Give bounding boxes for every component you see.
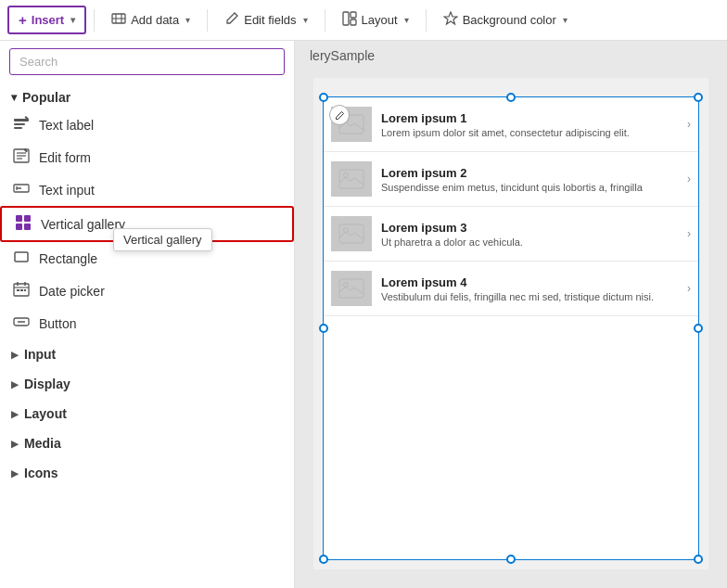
gallery-item[interactable]: Lorem ipsum 2 Suspendisse enim metus, ti… [324, 152, 698, 207]
insert-panel: ▾ Popular Text label Edit form [0, 41, 295, 588]
add-data-label: Add data [131, 13, 179, 27]
menu-item-date-picker[interactable]: Date picker [0, 275, 294, 307]
input-label: Input [24, 347, 56, 362]
display-chevron-icon: ▶ [11, 379, 19, 390]
menu-item-vertical-gallery[interactable]: Vertical gallery Vertical gallery [0, 206, 294, 242]
rectangle-icon [13, 249, 30, 268]
icons-category[interactable]: ▶ Icons [0, 458, 294, 488]
svg-rect-27 [24, 289, 26, 291]
svg-rect-18 [16, 224, 22, 230]
edit-fields-icon [224, 11, 239, 29]
insert-label: Insert [32, 13, 64, 27]
svg-rect-4 [343, 12, 349, 25]
media-chevron-icon: ▶ [11, 439, 19, 449]
gallery-item-thumbnail [331, 161, 372, 197]
canvas-area: lerySample [295, 41, 727, 588]
popular-label: Popular [22, 90, 70, 105]
edit-fields-button[interactable]: Edit fields ▾ [215, 6, 316, 33]
menu-list: ▾ Popular Text label Edit form [0, 83, 294, 588]
layout-button[interactable]: Layout ▾ [333, 6, 418, 33]
input-chevron-icon: ▶ [11, 350, 19, 360]
insert-button[interactable]: + Insert ▾ [7, 6, 86, 34]
layout-label: Layout [362, 13, 398, 27]
svg-rect-5 [351, 12, 356, 18]
svg-rect-6 [351, 19, 356, 25]
gallery-item[interactable]: Lorem ipsum 3 Ut pharetra a dolor ac veh… [324, 207, 698, 262]
display-category[interactable]: ▶ Display [0, 369, 294, 399]
gallery-item-title: Lorem ipsum 1 [381, 111, 682, 125]
text-label-label: Text label [39, 118, 94, 133]
gallery-item-title: Lorem ipsum 4 [381, 275, 682, 289]
input-category[interactable]: ▶ Input [0, 339, 294, 369]
search-input[interactable] [9, 48, 285, 75]
gallery-item-thumbnail [331, 271, 372, 306]
divider-2 [207, 9, 208, 32]
gallery-item-title: Lorem ipsum 3 [381, 221, 682, 235]
button-label: Button [39, 316, 76, 331]
svg-rect-17 [24, 215, 31, 222]
handle-mid-left[interactable] [319, 324, 328, 333]
bg-color-icon [443, 11, 458, 29]
date-picker-label: Date picker [39, 284, 105, 299]
edit-form-icon [13, 147, 30, 167]
edit-form-label: Edit form [39, 150, 91, 165]
svg-rect-26 [20, 289, 23, 291]
gallery-item[interactable]: Lorem ipsum 1 Lorem ipsum dolor sit amet… [324, 97, 698, 152]
layout-label: Layout [24, 406, 67, 421]
add-data-icon [111, 11, 126, 29]
bg-color-button[interactable]: Background color ▾ [434, 6, 577, 33]
toolbar: + Insert ▾ Add data ▾ Edit fields ▾ Layo… [0, 0, 727, 41]
menu-item-edit-form[interactable]: Edit form [0, 141, 294, 173]
handle-bot-right[interactable] [694, 555, 703, 564]
gallery-item-title: Lorem ipsum 2 [381, 166, 682, 180]
popular-chevron-icon: ▾ [11, 91, 17, 104]
popular-category[interactable]: ▾ Popular [0, 83, 294, 109]
divider-4 [426, 9, 427, 32]
icons-chevron-icon: ▶ [11, 468, 19, 479]
layout-icon [342, 11, 357, 29]
gallery-item-desc: Lorem ipsum dolor sit amet, consectetur … [381, 127, 682, 138]
vertical-gallery-tooltip: Vertical gallery [113, 228, 212, 251]
button-icon [13, 313, 30, 333]
canvas-content: Lorem ipsum 1 Lorem ipsum dolor sit amet… [313, 78, 708, 569]
svg-rect-9 [14, 127, 22, 129]
date-picker-icon [13, 281, 30, 300]
menu-item-text-label[interactable]: Text label [0, 109, 294, 141]
text-input-label: Text input [39, 183, 95, 198]
svg-rect-16 [16, 215, 22, 222]
svg-rect-19 [24, 224, 31, 230]
gallery-item-desc: Vestibulum dui felis, fringilla nec mi s… [381, 291, 682, 302]
edit-pencil-icon[interactable] [329, 105, 350, 125]
gallery-item-text: Lorem ipsum 1 Lorem ipsum dolor sit amet… [381, 111, 682, 138]
handle-bot-left[interactable] [319, 555, 328, 564]
edit-fields-label: Edit fields [244, 13, 296, 27]
vertical-gallery-icon [15, 214, 32, 234]
text-input-icon [13, 180, 30, 199]
divider-1 [94, 9, 95, 32]
bg-color-chevron-icon: ▾ [563, 15, 568, 25]
layout-chevron-icon: ▾ [404, 15, 409, 25]
gallery-widget[interactable]: Lorem ipsum 1 Lorem ipsum dolor sit amet… [323, 96, 699, 560]
svg-rect-20 [15, 252, 28, 262]
gallery-item-arrow-icon: › [687, 227, 691, 240]
display-label: Display [24, 377, 70, 391]
layout-category[interactable]: ▶ Layout [0, 399, 294, 428]
text-label-icon [13, 115, 30, 134]
gallery-item-arrow-icon: › [687, 173, 691, 185]
insert-chevron-icon: ▾ [70, 15, 75, 25]
menu-item-button[interactable]: Button [0, 307, 294, 339]
plus-icon: + [19, 12, 27, 28]
gallery-item[interactable]: Lorem ipsum 4 Vestibulum dui felis, frin… [324, 262, 698, 316]
add-data-chevron-icon: ▾ [185, 15, 190, 25]
add-data-button[interactable]: Add data ▾ [102, 6, 199, 33]
svg-rect-25 [17, 289, 19, 291]
menu-item-text-input[interactable]: Text input [0, 173, 294, 206]
gallery-item-desc: Ut pharetra a dolor ac vehicula. [381, 236, 682, 248]
gallery-item-text: Lorem ipsum 2 Suspendisse enim metus, ti… [381, 166, 682, 193]
handle-mid-right[interactable] [694, 324, 703, 333]
gallery-item-thumbnail [331, 216, 372, 251]
media-category[interactable]: ▶ Media [0, 428, 294, 458]
divider-3 [325, 9, 325, 32]
gallery-item-text: Lorem ipsum 3 Ut pharetra a dolor ac veh… [381, 221, 682, 248]
handle-bot-mid[interactable] [506, 555, 516, 564]
